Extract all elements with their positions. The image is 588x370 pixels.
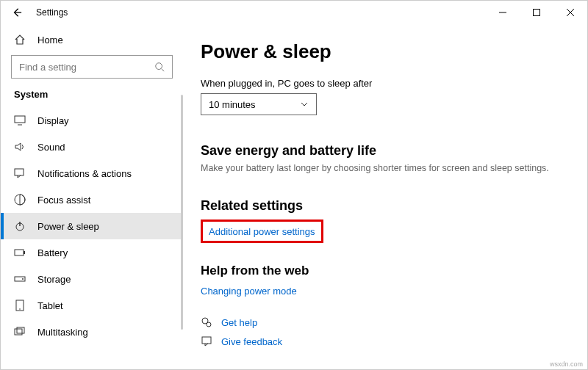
sidebar-item-sound[interactable]: Sound — [1, 134, 183, 160]
sidebar-home[interactable]: Home — [1, 29, 183, 51]
focus-icon — [14, 194, 26, 206]
svg-rect-13 — [24, 251, 25, 254]
display-icon — [14, 115, 26, 126]
close-button[interactable] — [553, 1, 587, 24]
svg-rect-8 — [15, 169, 24, 175]
sidebar-item-focus[interactable]: Focus assist — [1, 186, 183, 213]
sidebar-item-label: Notifications & actions — [37, 168, 132, 179]
storage-icon — [14, 273, 26, 285]
energy-heading: Save energy and battery life — [201, 143, 570, 159]
multitasking-icon — [14, 326, 26, 338]
sound-icon — [14, 141, 26, 153]
svg-point-21 — [207, 322, 211, 327]
svg-rect-6 — [15, 116, 25, 123]
help-heading: Help from the web — [201, 264, 570, 278]
titlebar: Settings — [1, 1, 587, 24]
related-heading: Related settings — [201, 198, 570, 214]
window-title: Settings — [36, 7, 68, 18]
sidebar: Home System Display Sound Notifications … — [1, 24, 183, 369]
svg-rect-12 — [15, 250, 24, 255]
home-icon — [14, 34, 26, 46]
sidebar-item-storage[interactable]: Storage — [1, 266, 183, 292]
get-help-icon — [201, 316, 212, 328]
give-feedback-link[interactable]: Give feedback — [221, 336, 282, 347]
sidebar-category: System — [1, 86, 183, 107]
sidebar-item-label: Multitasking — [37, 327, 88, 338]
sidebar-item-label: Storage — [37, 274, 71, 285]
page-title: Power & sleep — [201, 40, 570, 63]
help-web-link[interactable]: Changing power mode — [201, 286, 297, 297]
tablet-icon — [14, 300, 26, 311]
sidebar-item-display[interactable]: Display — [1, 107, 183, 134]
energy-subtext: Make your battery last longer by choosin… — [201, 163, 570, 173]
watermark: wsxdn.com — [550, 360, 583, 368]
search-input[interactable] — [11, 55, 173, 79]
battery-icon — [14, 247, 26, 258]
svg-rect-18 — [15, 329, 22, 335]
sleep-label: When plugged in, PC goes to sleep after — [201, 78, 570, 89]
highlight-annotation: Additional power settings — [201, 220, 323, 243]
get-help-link[interactable]: Get help — [221, 317, 257, 328]
svg-point-4 — [156, 63, 162, 70]
notifications-icon — [14, 167, 26, 179]
sidebar-item-label: Battery — [37, 247, 68, 258]
svg-line-5 — [162, 69, 165, 72]
svg-rect-19 — [17, 327, 24, 333]
feedback-icon — [201, 335, 212, 347]
sidebar-item-tablet[interactable]: Tablet — [1, 292, 183, 319]
search-icon — [154, 62, 165, 72]
sidebar-item-battery[interactable]: Battery — [1, 239, 183, 266]
content-area: Power & sleep When plugged in, PC goes t… — [183, 24, 587, 369]
sidebar-item-power[interactable]: Power & sleep — [1, 213, 183, 239]
svg-point-17 — [19, 308, 21, 310]
search-field[interactable] — [19, 62, 154, 73]
sleep-dropdown-value: 10 minutes — [209, 99, 256, 110]
svg-rect-1 — [534, 10, 540, 16]
sleep-dropdown[interactable]: 10 minutes — [201, 93, 317, 115]
sidebar-item-label: Focus assist — [37, 195, 90, 206]
additional-power-link[interactable]: Additional power settings — [209, 226, 315, 237]
sidebar-item-label: Display — [37, 115, 69, 126]
minimize-button[interactable] — [486, 1, 520, 24]
sidebar-item-label: Sound — [37, 142, 65, 153]
sidebar-item-notifications[interactable]: Notifications & actions — [1, 160, 183, 186]
back-button[interactable] — [11, 7, 23, 18]
sidebar-home-label: Home — [37, 35, 63, 46]
svg-rect-22 — [202, 337, 211, 344]
maximize-button[interactable] — [520, 1, 553, 24]
sidebar-item-label: Tablet — [37, 300, 63, 311]
svg-point-15 — [22, 278, 24, 280]
chevron-down-icon — [300, 100, 309, 109]
sidebar-scrollbar[interactable] — [181, 95, 183, 330]
power-icon — [14, 220, 26, 232]
sidebar-item-multitasking[interactable]: Multitasking — [1, 319, 183, 345]
sidebar-item-label: Power & sleep — [37, 221, 99, 232]
